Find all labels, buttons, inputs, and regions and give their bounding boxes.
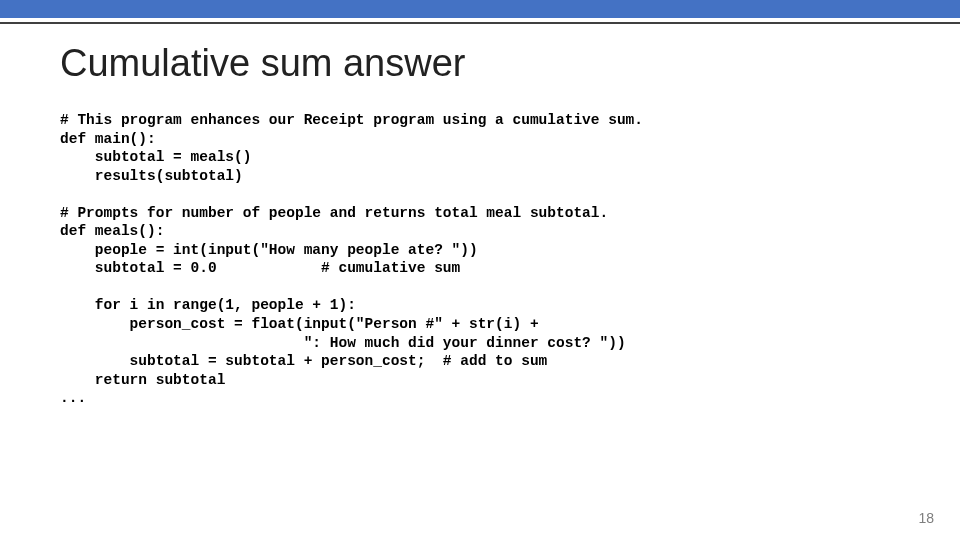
code-line: def main():	[60, 131, 156, 147]
code-line: # This program enhances our Receipt prog…	[60, 112, 643, 128]
page-number: 18	[918, 510, 934, 526]
slide-title: Cumulative sum answer	[60, 42, 900, 85]
code-block: # This program enhances our Receipt prog…	[60, 111, 900, 408]
code-line: for i in range(1, people + 1):	[60, 297, 356, 313]
code-line: # Prompts for number of people and retur…	[60, 205, 608, 221]
code-line: def meals():	[60, 223, 164, 239]
code-line: ": How much did your dinner cost? "))	[60, 335, 626, 351]
code-line: person_cost = float(input("Person #" + s…	[60, 316, 539, 332]
code-line: results(subtotal)	[60, 168, 243, 184]
code-line: ...	[60, 390, 86, 406]
code-line: subtotal = subtotal + person_cost; # add…	[60, 353, 547, 369]
code-line: people = int(input("How many people ate?…	[60, 242, 478, 258]
slide-top-bar	[0, 0, 960, 18]
code-line: return subtotal	[60, 372, 225, 388]
slide-content: Cumulative sum answer # This program enh…	[0, 24, 960, 408]
code-line: subtotal = 0.0 # cumulative sum	[60, 260, 460, 276]
code-line: subtotal = meals()	[60, 149, 251, 165]
